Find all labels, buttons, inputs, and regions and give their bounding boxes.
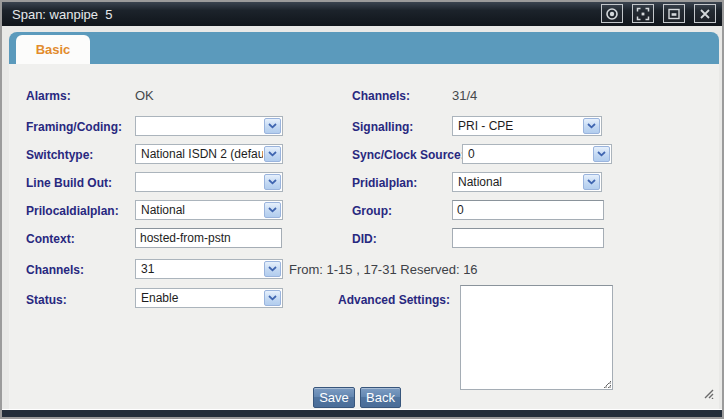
save-button[interactable]: Save [313, 387, 355, 408]
channels-range-note: From: 1-15 , 17-31 Reserved: 16 [289, 262, 478, 278]
tab-basic-label: Basic [36, 42, 71, 57]
sync-clock-label: Sync/Clock Source: [352, 147, 465, 163]
channels-info-value: 31/4 [452, 88, 477, 104]
signalling-select-value: PRI - CPE [458, 118, 582, 135]
prilocaldialplan-select[interactable]: National [135, 200, 283, 220]
sync-clock-select-value: 0 [468, 146, 592, 163]
context-label: Context: [26, 231, 75, 247]
chevron-down-icon [264, 118, 281, 134]
back-button[interactable]: Back [360, 387, 401, 408]
group-label: Group: [352, 203, 392, 219]
maximize-icon [636, 7, 650, 21]
tab-basic[interactable]: Basic [16, 35, 90, 64]
restore-button[interactable] [663, 4, 685, 23]
pridialplan-select[interactable]: National [452, 172, 602, 192]
window-resize-grip[interactable] [701, 385, 714, 403]
line-build-out-label: Line Build Out: [26, 175, 112, 191]
chevron-down-icon [264, 146, 281, 162]
chevron-down-icon [264, 290, 281, 306]
switchtype-select-value: National ISDN 2 (default) [141, 146, 263, 163]
channels-select-label: Channels: [26, 262, 84, 278]
prilocaldialplan-select-value: National [141, 202, 263, 219]
chevron-down-icon [583, 174, 600, 190]
pridialplan-label: Pridialplan: [352, 175, 417, 191]
group-input[interactable] [452, 200, 604, 220]
restore-icon [667, 7, 681, 21]
advanced-settings-textarea[interactable] [460, 285, 613, 390]
maximize-button[interactable] [632, 4, 654, 23]
did-input[interactable] [452, 228, 604, 248]
line-build-out-select[interactable] [135, 172, 283, 192]
channels-select[interactable]: 31 [135, 259, 283, 279]
tab-strip: Basic [9, 32, 719, 64]
chevron-down-icon [583, 118, 600, 134]
chevron-down-icon [264, 174, 281, 190]
chevron-down-icon [264, 261, 281, 277]
signalling-label: Signalling: [352, 119, 413, 135]
prilocaldialplan-label: Prilocaldialplan: [26, 203, 119, 219]
pridialplan-select-value: National [458, 174, 582, 191]
status-label: Status: [26, 292, 67, 308]
shade-icon [605, 7, 619, 21]
status-select-value: Enable [141, 290, 263, 307]
framing-coding-select[interactable] [135, 116, 283, 136]
span-config-window: Span: wanpipe 5 [0, 0, 724, 419]
channels-info-label: Channels: [352, 88, 410, 104]
switchtype-select[interactable]: National ISDN 2 (default) [135, 144, 283, 164]
window-titlebar[interactable]: Span: wanpipe 5 [2, 2, 722, 26]
window-controls [601, 4, 716, 23]
channels-select-value: 31 [141, 261, 263, 278]
chevron-down-icon [264, 202, 281, 218]
close-icon [699, 8, 711, 20]
window-title: Span: wanpipe 5 [2, 7, 112, 22]
alarms-label: Alarms: [26, 88, 71, 104]
alarms-value: OK [135, 88, 154, 104]
window-bottom-edge [2, 409, 722, 417]
signalling-select[interactable]: PRI - CPE [452, 116, 602, 136]
sync-clock-select[interactable]: 0 [462, 144, 612, 164]
advanced-settings-label: Advanced Settings: [332, 292, 450, 308]
status-select[interactable]: Enable [135, 288, 283, 308]
shade-button[interactable] [601, 4, 623, 23]
framing-coding-label: Framing/Coding: [26, 119, 122, 135]
chevron-down-icon [593, 146, 610, 162]
context-input[interactable] [135, 228, 282, 248]
did-label: DID: [352, 231, 377, 247]
close-button[interactable] [694, 4, 716, 23]
switchtype-label: Switchtype: [26, 147, 93, 163]
